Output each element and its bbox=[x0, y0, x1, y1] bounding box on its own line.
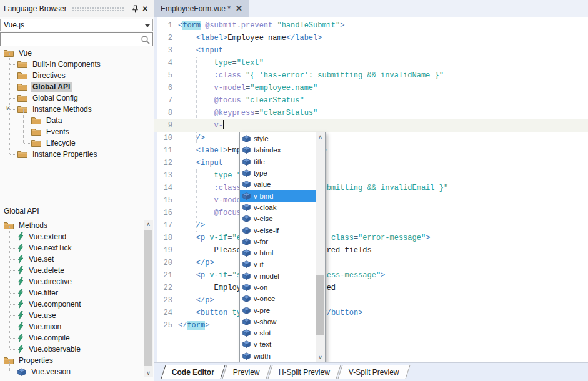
api-item-vue-use[interactable]: Vue.use bbox=[0, 310, 143, 321]
view-tab-v-split-preview[interactable]: V-Split Preview bbox=[337, 365, 410, 379]
sidebar-item-instance-methods[interactable]: ∨Instance Methods bbox=[0, 104, 143, 115]
sidebar-item-instance-properties[interactable]: Instance Properties bbox=[0, 149, 143, 160]
code-line-16[interactable]: 16 @focus="clearStatus" bbox=[154, 207, 588, 219]
pin-icon[interactable] bbox=[130, 4, 140, 14]
snippet-box-icon bbox=[242, 158, 251, 166]
code-token: :class bbox=[214, 71, 241, 80]
view-tabbar: Code EditorPreviewH-Split PreviewV-Split… bbox=[154, 362, 588, 381]
code-line-20[interactable]: 20 </p> bbox=[154, 257, 588, 269]
line-number: 1 bbox=[157, 19, 172, 32]
code-line-14[interactable]: 14 :class="{ 'has-error': submitting && … bbox=[154, 182, 588, 194]
completion-item-v-html[interactable]: v-html bbox=[240, 247, 316, 259]
close-icon[interactable]: × bbox=[140, 4, 150, 14]
api-item-properties[interactable]: Properties bbox=[0, 355, 143, 366]
completion-item-v-if[interactable]: v-if bbox=[240, 259, 316, 270]
completion-item-v-cloak[interactable]: v-cloak bbox=[240, 202, 316, 213]
tree-item-label: Instance Properties bbox=[31, 149, 99, 159]
code-line-24[interactable]: 24 <button type="submit">Submit</button> bbox=[154, 307, 588, 319]
code-line-5[interactable]: 5 :class="{ 'has-error': submitting && i… bbox=[154, 69, 588, 82]
code-line-1[interactable]: 1<form @submit.prevent="handleSubmit"> bbox=[154, 19, 588, 32]
code-line-23[interactable]: 23 </p> bbox=[154, 294, 588, 307]
code-editor[interactable]: 1<form @submit.prevent="handleSubmit">2 … bbox=[154, 17, 588, 362]
api-item-vue-mixin[interactable]: Vue.mixin bbox=[0, 321, 143, 332]
sidebar-item-lifecycle[interactable]: Lifecycle bbox=[0, 137, 143, 149]
code-line-6[interactable]: 6 v-model="employee.name" bbox=[154, 82, 588, 94]
code-line-17[interactable]: 17 /> bbox=[154, 219, 588, 232]
completion-item-v-for[interactable]: v-for bbox=[240, 236, 316, 247]
completion-item-v-show[interactable]: v-show bbox=[240, 316, 316, 327]
view-tab-code-editor[interactable]: Code Editor bbox=[161, 365, 225, 379]
tab-close-icon[interactable]: ✕ bbox=[236, 4, 242, 12]
api-item-vue-directive[interactable]: Vue.directive bbox=[0, 276, 143, 287]
code-line-12[interactable]: 12 <input bbox=[154, 157, 588, 169]
code-line-21[interactable]: 21 <p v-if="success" class="success-mess… bbox=[154, 269, 588, 282]
search-input[interactable] bbox=[2, 34, 139, 45]
api-item-vue-nexttick[interactable]: Vue.nextTick bbox=[0, 242, 143, 254]
line-number: 24 bbox=[157, 307, 172, 319]
api-item-vue-observable[interactable]: Vue.observable bbox=[0, 344, 143, 355]
completion-item-v-else-if[interactable]: v-else-if bbox=[240, 224, 316, 235]
code-token: Employee name bbox=[227, 34, 286, 42]
api-item-vue-extend[interactable]: Vue.extend bbox=[0, 231, 143, 242]
code-token: = bbox=[232, 59, 236, 67]
completion-item-width[interactable]: width bbox=[240, 350, 316, 361]
code-line-7[interactable]: 7 @focus="clearStatus" bbox=[154, 94, 588, 107]
scroll-thumb[interactable] bbox=[316, 275, 324, 335]
completion-item-v-once[interactable]: v-once bbox=[240, 293, 316, 304]
completion-item-v-else[interactable]: v-else bbox=[240, 213, 316, 224]
code-line-15[interactable]: 15 v-model="employee.email" bbox=[154, 194, 588, 207]
completion-item-v-pre[interactable]: v-pre bbox=[240, 304, 316, 315]
code-line-9[interactable]: 9 v- bbox=[154, 119, 588, 132]
completion-item-style[interactable]: style bbox=[240, 133, 316, 144]
drag-grip[interactable] bbox=[72, 7, 125, 11]
panel-scrollbar[interactable]: ∧ ∨ bbox=[144, 220, 153, 377]
api-item-vue-compile[interactable]: Vue.compile bbox=[0, 332, 143, 344]
code-token: v-model bbox=[214, 84, 246, 92]
code-line-11[interactable]: 11 <label>Employee email</label> bbox=[154, 144, 588, 157]
api-item-methods[interactable]: Methods bbox=[0, 220, 143, 231]
completion-item-tabindex[interactable]: tabindex bbox=[240, 144, 316, 156]
code-line-3[interactable]: 3 <input bbox=[154, 44, 588, 57]
code-line-22[interactable]: 22 Employee successfully added bbox=[154, 282, 588, 294]
code-line-13[interactable]: 13 type="text" bbox=[154, 169, 588, 182]
api-item-vue-filter[interactable]: Vue.filter bbox=[0, 287, 143, 299]
code-line-10[interactable]: 10 /> bbox=[154, 132, 588, 144]
completion-item-title[interactable]: title bbox=[240, 156, 316, 167]
completion-item-v-slot[interactable]: v-slot bbox=[240, 327, 316, 339]
api-item-vue-component[interactable]: Vue.component bbox=[0, 299, 143, 310]
code-line-18[interactable]: 18 <p v-if="error && submitting" class="… bbox=[154, 232, 588, 244]
scroll-down-icon[interactable]: ∨ bbox=[144, 369, 153, 377]
code-line-2[interactable]: 2 <label>Employee name</label> bbox=[154, 32, 588, 44]
code-line-8[interactable]: 8 @keypress="clearStatus" bbox=[154, 107, 588, 119]
completion-item-value[interactable]: value bbox=[240, 179, 316, 190]
code-line-19[interactable]: 19 Please fill out all required fields bbox=[154, 244, 588, 257]
sidebar-item-global-api[interactable]: Global API bbox=[0, 81, 143, 92]
code-line-4[interactable]: 4 type="text" bbox=[154, 57, 588, 69]
api-item-vue-delete[interactable]: Vue.delete bbox=[0, 265, 143, 276]
scroll-up-icon[interactable]: ∧ bbox=[316, 132, 325, 141]
language-select[interactable]: Vue.js bbox=[0, 19, 153, 31]
scroll-down-icon[interactable]: ∨ bbox=[316, 353, 325, 362]
completion-item-v-bind[interactable]: v-bind bbox=[240, 190, 316, 201]
snippet-box-icon bbox=[242, 295, 251, 302]
completion-item-v-model[interactable]: v-model bbox=[240, 270, 316, 282]
code-line-25[interactable]: 25</form> bbox=[154, 319, 588, 332]
api-item-vue-set[interactable]: Vue.set bbox=[0, 254, 143, 265]
sidebar-item-data[interactable]: Data bbox=[0, 115, 143, 126]
document-tab[interactable]: EmployeeForm.vue * ✕ bbox=[154, 0, 249, 17]
completion-item-v-text[interactable]: v-text bbox=[240, 339, 316, 350]
completion-item-type[interactable]: type bbox=[240, 167, 316, 179]
api-item-vue-version[interactable]: Vue.version bbox=[0, 366, 143, 377]
sidebar-item-events[interactable]: Events bbox=[0, 126, 143, 137]
sidebar-item-vue[interactable]: Vue bbox=[0, 47, 143, 59]
sidebar-item-directives[interactable]: Directives bbox=[0, 70, 143, 81]
folder-icon bbox=[17, 83, 27, 91]
view-tab-preview[interactable]: Preview bbox=[222, 365, 271, 379]
sidebar-item-built-in-components[interactable]: Built-In Components bbox=[0, 59, 143, 70]
sidebar-item-global-config[interactable]: Global Config bbox=[0, 92, 143, 104]
autocomplete-scrollbar[interactable]: ∧ ∨ bbox=[316, 132, 325, 362]
scroll-up-icon[interactable]: ∧ bbox=[144, 220, 153, 229]
scroll-thumb[interactable] bbox=[144, 230, 152, 366]
completion-item-v-on[interactable]: v-on bbox=[240, 282, 316, 293]
view-tab-h-split-preview[interactable]: H-Split Preview bbox=[267, 365, 341, 379]
